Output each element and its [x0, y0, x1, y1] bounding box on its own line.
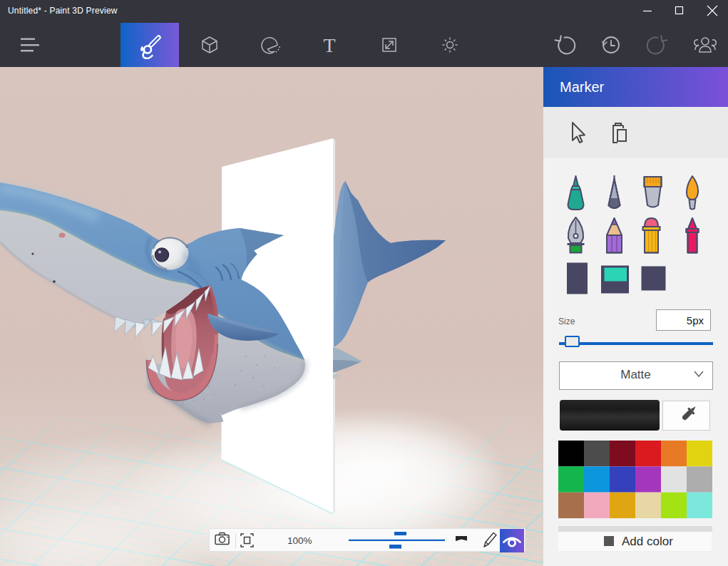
svg-text:100%: 100%	[287, 535, 312, 546]
svg-text:T: T	[323, 34, 335, 56]
